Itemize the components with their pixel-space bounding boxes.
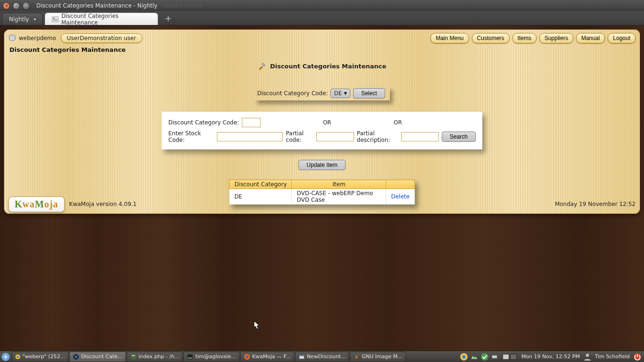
nav-main-menu[interactable]: Main Menu [430,33,469,43]
taskbar-item-label: KwaMoja — F... [252,354,291,360]
version-text: KwaMoja version 4.09.1 [69,201,137,207]
svg-rect-11 [188,354,193,359]
category-code-value: DE [334,90,342,97]
browser-tabstrip: Nightly ▾ Discount Categories Maintenanc… [0,11,644,25]
category-code-label: Discount Category Code: [257,90,328,97]
app-card: weberpdemo UserDemonstration user Main M… [4,29,640,214]
update-item-button[interactable]: Update Item [298,160,345,170]
tray-power-icon[interactable] [633,352,642,362]
taskbar-item-label: tim@aglovale... [195,354,236,360]
svg-rect-21 [497,356,498,357]
database-chip: weberpdemo [8,34,56,42]
nav-logout[interactable]: Logout [608,33,636,43]
taskbar-item-label: GNU Image M... [362,354,402,360]
new-tab-button[interactable]: + [160,13,176,25]
category-code-select[interactable]: DE ▼ [330,89,350,98]
logo[interactable]: KwaMoja [8,197,65,212]
footer-date: Monday 19 November 12:52 [555,201,636,207]
workspace-switcher[interactable] [503,354,517,360]
tray-network-icon[interactable] [470,352,479,362]
select-button[interactable]: Select [353,88,385,99]
svg-rect-1 [53,17,55,19]
taskbar-item-label: NewDiscount... [307,354,346,360]
svg-rect-12 [188,357,192,358]
category-selector-panel: Discount Category Code: DE ▼ Select [255,86,390,100]
svg-point-19 [481,353,488,361]
tray-user-icon[interactable] [583,352,592,362]
nav-manual[interactable]: Manual [576,33,605,43]
page-heading: Discount Categories Maintenance [4,43,640,53]
svg-rect-3 [53,20,58,20]
browser-tab-label: Discount Categories Maintenance [61,13,151,26]
search-button[interactable]: Search [442,132,476,142]
tray-check-icon[interactable] [480,352,489,362]
center-title-row: Discount Categories Maintenance [4,62,640,70]
favicon-icon [52,16,58,23]
partial-code-label: Partial code: [286,130,313,143]
taskbar-item[interactable]: KwaMoja — F... [240,352,294,362]
col-action [386,180,414,189]
mouse-cursor-icon [254,321,260,330]
tray-username[interactable]: Tim Schofield [593,354,632,360]
svg-rect-20 [492,355,497,358]
taskbar-item[interactable]: tim@aglovale... [183,352,239,362]
window-maximize-button[interactable]: ▢ [23,2,30,9]
partial-desc-label: Partial description: [357,130,398,143]
user-name: Demonstration user [80,35,136,41]
or-label-2: OR [394,119,402,126]
database-name: weberpdemo [19,35,56,41]
taskbar-item[interactable]: GNU Image M... [350,352,405,362]
user-prefix: User [67,35,80,41]
stock-code-label: Enter Stock Code: [168,130,214,143]
col-discount-category: Discount Category [230,180,292,189]
database-icon [8,34,16,42]
taskbar-item[interactable]: index.php - /h... [127,352,183,362]
svg-point-22 [586,354,589,357]
svg-rect-2 [53,19,58,20]
nav-suppliers[interactable]: Suppliers [539,33,573,43]
center-title: Discount Categories Maintenance [270,63,387,70]
start-menu-icon[interactable] [0,352,11,362]
tray-battery-icon[interactable] [491,352,499,362]
or-label-1: OR [323,119,331,126]
app-footer: KwaMoja KwaMoja version 4.09.1 Monday 19… [4,194,640,214]
chevron-down-icon: ▾ [34,17,36,22]
user-pill[interactable]: UserDemonstration user [61,33,142,43]
browser-tab-nightly[interactable]: Nightly ▾ [2,13,43,25]
svg-point-18 [462,355,466,358]
taskbar-item[interactable]: "weberp" (252... [12,352,68,362]
taskbar: "weberp" (252... Discount Cate... index.… [0,351,644,362]
nav-items[interactable]: Items [512,33,537,43]
browser-tab-label: Nightly [9,16,29,23]
window-titlebar: ✕ – ▢ Discount Categories Maintenance - … [0,0,644,11]
svg-point-14 [246,355,248,358]
partial-description-input[interactable] [401,132,439,141]
system-tray: Mon 19 Nov, 12:52 PM Tim Schofield [459,352,644,362]
window-title-ghost: Mozilla Firefox [163,2,203,9]
svg-point-7 [17,355,19,357]
svg-rect-9 [131,354,136,359]
nav-buttons: Main Menu Customers Items Suppliers Manu… [430,33,636,43]
window-minimize-button[interactable]: – [13,2,20,9]
window-title: Discount Categories Maintenance - Nightl… [36,2,157,9]
search-panel: Discount Category Code: OR OR Enter Stoc… [162,112,482,149]
stock-code-input[interactable] [217,132,283,141]
taskbar-item-label: index.php - /h... [139,354,180,360]
browser-tab-active[interactable]: Discount Categories Maintenance [45,13,158,25]
partial-code-input[interactable] [316,132,354,141]
chevron-down-icon: ▼ [344,91,347,96]
discount-category-code-input[interactable] [242,118,261,127]
taskbar-item[interactable]: NewDiscount... [295,352,349,362]
window-close-button[interactable]: ✕ [3,2,10,9]
col-item: Item [292,180,386,189]
nav-customers[interactable]: Customers [472,33,510,43]
taskbar-item-label: Discount Cate... [81,354,123,360]
svg-rect-10 [132,355,135,356]
taskbar-item-label: "weberp" (252... [23,354,65,360]
tray-clock[interactable]: Mon 19 Nov, 12:52 PM [520,354,582,360]
svg-rect-16 [299,354,304,356]
tools-icon [258,62,266,70]
dcc-label: Discount Category Code: [168,119,239,126]
taskbar-item[interactable]: Discount Cate... [69,352,126,362]
tray-chrome-icon[interactable] [460,352,468,362]
